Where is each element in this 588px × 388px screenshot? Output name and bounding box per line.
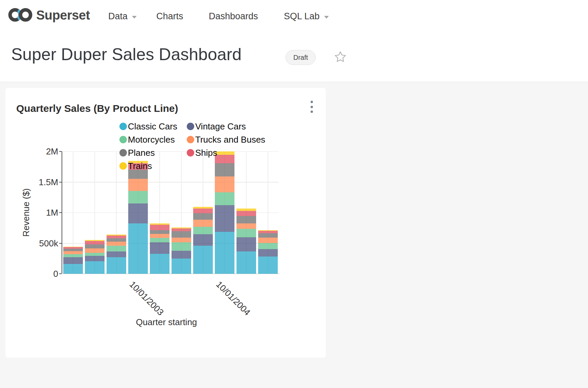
bar-segment[interactable] bbox=[107, 251, 126, 257]
bar-segment[interactable] bbox=[85, 261, 105, 274]
legend-item[interactable]: Motorcycles bbox=[119, 136, 187, 143]
stacked-bar[interactable] bbox=[172, 227, 191, 274]
bar-segment[interactable] bbox=[150, 234, 169, 238]
legend-item[interactable]: Trains bbox=[119, 162, 187, 170]
bar-segment[interactable] bbox=[215, 232, 234, 274]
bar-segment[interactable] bbox=[193, 220, 213, 226]
nav-item-label: SQL Lab bbox=[284, 11, 320, 22]
bar-segment[interactable] bbox=[150, 254, 169, 274]
bar-segment[interactable] bbox=[236, 251, 256, 274]
bar-segment[interactable] bbox=[236, 216, 256, 223]
stacked-bar[interactable] bbox=[258, 230, 278, 274]
bar-segment[interactable] bbox=[63, 264, 83, 274]
bar-segment[interactable] bbox=[107, 246, 126, 251]
bar-segment[interactable] bbox=[215, 192, 234, 205]
bar-segment[interactable] bbox=[258, 230, 278, 231]
y-axis-tick bbox=[59, 182, 62, 183]
legend-label: Ships bbox=[195, 149, 217, 156]
nav-item-label: Data bbox=[108, 11, 128, 22]
bar-segment[interactable] bbox=[172, 231, 191, 238]
stacked-bar[interactable] bbox=[150, 223, 169, 274]
legend-label: Trains bbox=[128, 162, 152, 170]
bar-segment[interactable] bbox=[193, 213, 213, 220]
bar-segment[interactable] bbox=[150, 230, 169, 234]
nav-item-sql-lab[interactable]: SQL Lab bbox=[284, 11, 329, 22]
bar-segment[interactable] bbox=[193, 207, 213, 209]
bar-segment[interactable] bbox=[107, 238, 126, 242]
bar-segment[interactable] bbox=[215, 205, 234, 232]
bar-segment[interactable] bbox=[236, 229, 256, 237]
legend-item[interactable]: Trucks and Buses bbox=[187, 136, 265, 143]
bar-segment[interactable] bbox=[150, 242, 169, 254]
y-axis-title: Revenue ($) bbox=[21, 188, 31, 237]
bar-segment[interactable] bbox=[107, 257, 126, 274]
bar-segment[interactable] bbox=[172, 251, 191, 259]
chart-menu-kebab-icon[interactable] bbox=[309, 101, 315, 113]
bar-segment[interactable] bbox=[258, 233, 278, 238]
stacked-bar[interactable] bbox=[236, 209, 256, 274]
bar-segment[interactable] bbox=[172, 259, 191, 274]
bar-segment[interactable] bbox=[85, 256, 105, 261]
legend-item[interactable]: Planes bbox=[119, 149, 187, 156]
bar-segment[interactable] bbox=[172, 228, 191, 231]
bar-segment[interactable] bbox=[128, 170, 148, 179]
nav-item-dashboards[interactable]: Dashboards bbox=[209, 11, 258, 22]
bar-segment[interactable] bbox=[63, 251, 83, 254]
bar-segment[interactable] bbox=[172, 242, 191, 251]
bar-segment[interactable] bbox=[236, 237, 256, 251]
bar-segment[interactable] bbox=[107, 235, 126, 236]
brand-name[interactable]: Superset bbox=[36, 8, 90, 23]
bar-segment[interactable] bbox=[63, 254, 83, 257]
bar-segment[interactable] bbox=[63, 247, 83, 247]
bar-segment[interactable] bbox=[258, 249, 278, 257]
legend-item[interactable]: Ships bbox=[187, 149, 265, 156]
bar-segment[interactable] bbox=[172, 238, 191, 242]
bar-segment[interactable] bbox=[128, 223, 148, 274]
bar-segment[interactable] bbox=[85, 248, 105, 253]
bar-segment[interactable] bbox=[128, 179, 148, 191]
bar-segment[interactable] bbox=[128, 203, 148, 223]
bar-segment[interactable] bbox=[193, 234, 213, 246]
bar-segment[interactable] bbox=[85, 240, 105, 241]
bar-segment[interactable] bbox=[236, 211, 256, 216]
chart-card: Quarterly Sales (By Product Line) Classi… bbox=[5, 88, 326, 358]
bar-segment[interactable] bbox=[193, 246, 213, 274]
bar-segment[interactable] bbox=[150, 238, 169, 242]
nav-item-charts[interactable]: Charts bbox=[156, 11, 183, 22]
stacked-bar[interactable] bbox=[107, 235, 126, 274]
bar-segment[interactable] bbox=[63, 257, 83, 264]
bar-segment[interactable] bbox=[107, 236, 126, 238]
legend-label: Motorcycles bbox=[128, 136, 175, 143]
bar-segment[interactable] bbox=[236, 223, 256, 229]
bar-segment[interactable] bbox=[193, 227, 213, 234]
bar-segment[interactable] bbox=[258, 231, 278, 233]
legend-item[interactable]: Classic Cars bbox=[119, 123, 187, 130]
legend-item[interactable]: Vintage Cars bbox=[187, 123, 265, 130]
stacked-bar[interactable] bbox=[63, 247, 83, 274]
nav-item-data[interactable]: Data bbox=[108, 11, 137, 22]
bar-segment[interactable] bbox=[172, 227, 191, 228]
bar-segment[interactable] bbox=[258, 238, 278, 243]
stacked-bar[interactable] bbox=[193, 207, 213, 274]
top-navbar: Superset Data Charts Dashboards SQL Lab bbox=[0, 0, 588, 30]
bar-segment[interactable] bbox=[107, 242, 126, 246]
stacked-bar[interactable] bbox=[128, 161, 148, 274]
bar-segment[interactable] bbox=[85, 241, 105, 244]
bar-segment[interactable] bbox=[128, 191, 148, 203]
bar-segment[interactable] bbox=[85, 253, 105, 256]
bar-segment[interactable] bbox=[193, 209, 213, 213]
favorite-star-icon[interactable] bbox=[334, 51, 346, 63]
nav-item-label: Charts bbox=[156, 11, 183, 22]
bar-segment[interactable] bbox=[215, 176, 234, 192]
superset-logo-icon[interactable] bbox=[7, 7, 34, 23]
bar-segment[interactable] bbox=[63, 247, 83, 249]
bar-segment[interactable] bbox=[258, 243, 278, 249]
bar-segment[interactable] bbox=[63, 249, 83, 251]
bar-segment[interactable] bbox=[236, 209, 256, 211]
bar-segment[interactable] bbox=[150, 225, 169, 230]
bar-segment[interactable] bbox=[150, 223, 169, 225]
bar-segment[interactable] bbox=[258, 257, 278, 274]
chart-plot-area: Revenue ($) Quarter starting 0500k1M1.5M… bbox=[62, 151, 279, 274]
bar-segment[interactable] bbox=[85, 244, 105, 248]
stacked-bar[interactable] bbox=[85, 240, 105, 274]
